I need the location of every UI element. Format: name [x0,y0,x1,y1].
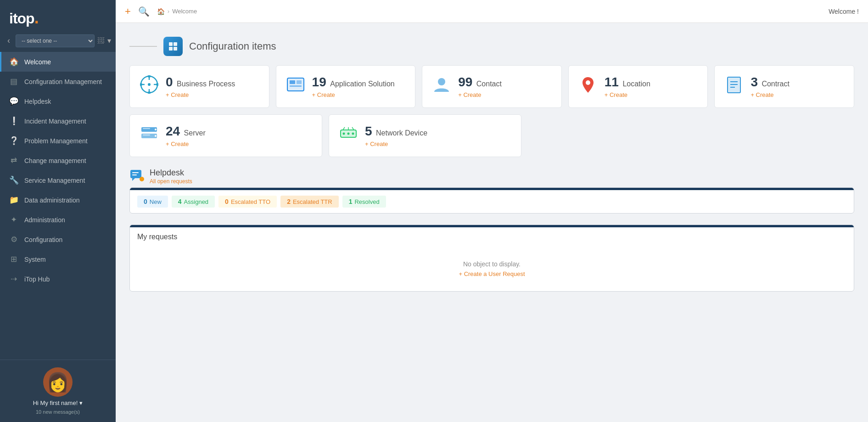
helpdesk-icon-wrapper [129,168,144,185]
breadcrumb-label: Welcome [172,8,197,15]
server-count: 24 [166,124,180,138]
sidebar-item-helpdesk[interactable]: 💬 Helpdesk [0,91,116,111]
svg-point-41 [140,177,144,181]
card-server-info: 24 Server + Create [166,124,206,147]
helpdesk-title-block: Helpdesk All open requests [150,168,192,185]
svg-rect-17 [290,85,302,87]
svg-point-10 [148,75,151,78]
home-breadcrumb-icon[interactable]: 🏠 [157,8,165,15]
sidebar-item-welcome[interactable]: 🏠 Welcome [0,52,116,72]
network-count: 5 [365,124,372,138]
user-messages: 10 new message(s) [36,409,80,415]
svg-rect-31 [143,135,150,135]
svg-point-12 [140,83,142,86]
search-button[interactable]: 🔍 [138,6,150,17]
user-name[interactable]: Hi My first name! ▾ [33,399,83,406]
contact-count: 99 [458,75,472,89]
ci-cards-row2: 24 Server + Create [129,114,854,157]
badge-escalated-ttr[interactable]: 2 Escalated TTR [280,196,339,208]
svg-point-5 [148,83,151,86]
svg-rect-16 [290,80,295,84]
wrench-icon: 🔧 [9,175,19,185]
ci-section-header: Configuration items [129,37,854,56]
sidebar-item-label: Incident Management [24,118,86,125]
server-label: Server [184,129,206,137]
helpdesk-header: Helpdesk All open requests [129,163,854,187]
app-count: 19 [312,75,326,89]
logo-itop: itop [9,10,34,27]
my-requests-title: My requests [130,227,854,247]
question-icon: ❔ [9,136,19,146]
svg-rect-18 [297,80,302,84]
sidebar-item-problem-mgmt[interactable]: ❔ Problem Management [0,131,116,151]
org-select[interactable]: -- select one -- [16,34,95,47]
svg-point-27 [155,129,157,130]
topbar-welcome: Welcome ! [829,8,859,15]
badge-new[interactable]: 0 New [137,196,168,208]
svg-rect-40 [132,174,137,175]
sidebar-item-label: Helpdesk [24,98,51,105]
chevron-down-icon: ▾ [79,399,83,406]
add-button[interactable]: + [125,6,131,17]
sidebar-item-system[interactable]: ⊞ System [0,249,116,269]
breadcrumb-separator: › [168,8,169,15]
svg-point-19 [438,78,445,85]
badge-resolved[interactable]: 1 Resolved [342,196,386,208]
sidebar-item-data-admin[interactable]: 📁 Data administration [0,190,116,210]
sidebar-item-label: Data administration [24,197,80,204]
breadcrumb: 🏠 › Welcome [157,8,197,15]
app-label: Application Solution [330,80,395,88]
ci-section-title: Configuration items [189,40,276,52]
sidebar-item-label: Problem Management [24,137,88,145]
helpdesk-open-requests-link[interactable]: All open requests [150,178,192,185]
location-create-link[interactable]: + Create [605,91,650,98]
svg-rect-1 [174,42,177,46]
sidebar-item-config-mgmt[interactable]: ▤ Configuration Management [0,72,116,91]
badge-assigned[interactable]: 4 Assigned [172,196,215,208]
ci-cards-row1: 0 Business Process + Create [129,65,854,108]
bp-create-link[interactable]: + Create [166,91,235,98]
location-count: 11 [605,75,619,89]
sidebar-item-configuration[interactable]: ⚙ Configuration [0,230,116,249]
sidebar-logo: itop. [0,0,116,34]
application-solution-icon [286,75,305,98]
avatar: 👩 [43,367,73,397]
sidebar-item-itop-hub[interactable]: ⇢ iTop Hub [0,269,116,289]
sidebar-back-button[interactable]: ‹ [5,34,13,47]
hub-icon: ⇢ [9,274,19,284]
folder-icon: 📁 [9,195,19,205]
sidebar-item-incident-mgmt[interactable]: ❕ Incident Management [0,111,116,131]
badge-assigned-label: Assigned [184,198,208,205]
sidebar-item-service-mgmt[interactable]: 🔧 Service Management [0,170,116,190]
svg-rect-26 [141,127,157,132]
badge-ttr-count: 2 [287,198,291,205]
business-process-icon [140,75,158,98]
server-create-link[interactable]: + Create [166,141,206,147]
svg-point-35 [347,133,350,135]
org-tree-icon: ⛆ [97,37,105,45]
sidebar-item-administration[interactable]: ✦ Administration [0,210,116,230]
card-app-sol-info: 19 Application Solution + Create [312,75,395,98]
svg-point-20 [586,80,590,85]
sidebar-item-label: Change management [24,157,86,164]
logo-dot: . [34,8,39,27]
no-object-text: No object to display. [463,260,521,268]
location-icon [579,75,597,98]
svg-marker-38 [132,178,135,181]
card-network-info: 5 Network Device + Create [365,124,427,147]
network-create-link[interactable]: + Create [365,141,427,147]
sidebar-item-label: Administration [24,216,65,224]
helpdesk-section: 0 New 4 Assigned 0 Escalated TTO 2 Escal… [129,187,854,214]
gear-icon: ⚙ [9,235,19,244]
layers-icon: ▤ [9,77,19,86]
app-create-link[interactable]: + Create [312,91,395,98]
contract-create-link[interactable]: + Create [750,91,790,98]
sidebar-item-label: Configuration [24,236,62,243]
sidebar-item-change-mgmt[interactable]: ⇄ Change management [0,151,116,170]
svg-point-36 [352,133,354,135]
location-label: Location [622,80,650,88]
create-user-request-link[interactable]: + Create a User Request [137,270,846,277]
badge-escalated-tto[interactable]: 0 Escalated TTO [218,196,277,208]
contact-create-link[interactable]: + Create [458,91,502,98]
exclamation-icon: ❕ [9,116,19,126]
